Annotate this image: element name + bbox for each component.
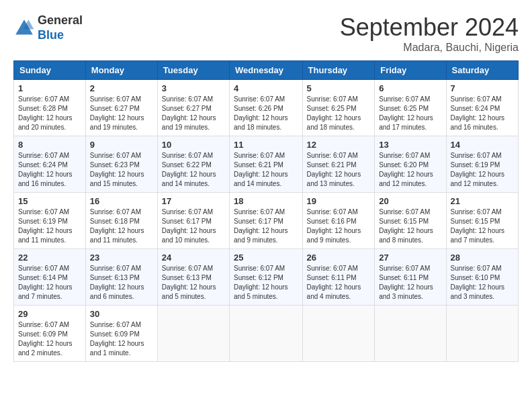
cell-info: Sunrise: 6:07 AMSunset: 6:28 PMDaylight:… bbox=[18, 95, 73, 131]
cell-info: Sunrise: 6:07 AMSunset: 6:10 PMDaylight:… bbox=[451, 265, 505, 300]
cell-info: Sunrise: 6:07 AMSunset: 6:21 PMDaylight:… bbox=[307, 152, 361, 187]
day-number: 5 bbox=[307, 83, 371, 93]
day-number: 26 bbox=[307, 253, 371, 263]
column-header-thursday: Thursday bbox=[302, 61, 375, 80]
calendar-cell: 29 Sunrise: 6:07 AMSunset: 6:09 PMDaylig… bbox=[14, 306, 86, 362]
calendar-week-3: 15 Sunrise: 6:07 AMSunset: 6:19 PMDaylig… bbox=[14, 193, 519, 249]
calendar-header-row: SundayMondayTuesdayWednesdayThursdayFrid… bbox=[14, 61, 519, 80]
logo-text: General Blue bbox=[38, 13, 83, 42]
calendar-week-1: 1 Sunrise: 6:07 AMSunset: 6:28 PMDayligh… bbox=[14, 80, 519, 136]
day-number: 23 bbox=[90, 253, 153, 263]
cell-info: Sunrise: 6:07 AMSunset: 6:20 PMDaylight:… bbox=[379, 152, 433, 187]
calendar-cell: 19 Sunrise: 6:07 AMSunset: 6:16 PMDaylig… bbox=[302, 193, 375, 249]
day-number: 24 bbox=[162, 253, 225, 263]
day-number: 27 bbox=[379, 253, 441, 263]
calendar-cell bbox=[157, 306, 229, 362]
cell-info: Sunrise: 6:07 AMSunset: 6:24 PMDaylight:… bbox=[18, 152, 73, 187]
day-number: 16 bbox=[90, 196, 153, 206]
day-number: 9 bbox=[90, 140, 153, 150]
title-block: September 2024 Madara, Bauchi, Nigeria bbox=[340, 13, 519, 54]
day-number: 20 bbox=[379, 196, 441, 206]
cell-info: Sunrise: 6:07 AMSunset: 6:15 PMDaylight:… bbox=[379, 208, 433, 244]
calendar-cell: 23 Sunrise: 6:07 AMSunset: 6:13 PMDaylig… bbox=[85, 249, 157, 306]
month-title: September 2024 bbox=[340, 13, 519, 42]
calendar-cell: 30 Sunrise: 6:07 AMSunset: 6:09 PMDaylig… bbox=[85, 306, 157, 362]
cell-info: Sunrise: 6:07 AMSunset: 6:18 PMDaylight:… bbox=[90, 208, 144, 244]
cell-info: Sunrise: 6:07 AMSunset: 6:11 PMDaylight:… bbox=[379, 265, 433, 300]
column-header-tuesday: Tuesday bbox=[157, 61, 229, 80]
day-number: 15 bbox=[18, 196, 81, 206]
cell-info: Sunrise: 6:07 AMSunset: 6:12 PMDaylight:… bbox=[234, 265, 288, 300]
calendar-cell: 14 Sunrise: 6:07 AMSunset: 6:19 PMDaylig… bbox=[446, 136, 518, 193]
calendar-cell: 28 Sunrise: 6:07 AMSunset: 6:10 PMDaylig… bbox=[446, 249, 518, 306]
calendar-cell: 3 Sunrise: 6:07 AMSunset: 6:27 PMDayligh… bbox=[157, 80, 229, 136]
cell-info: Sunrise: 6:07 AMSunset: 6:09 PMDaylight:… bbox=[18, 321, 73, 357]
cell-info: Sunrise: 6:07 AMSunset: 6:19 PMDaylight:… bbox=[18, 208, 73, 244]
cell-info: Sunrise: 6:07 AMSunset: 6:15 PMDaylight:… bbox=[451, 208, 505, 244]
calendar-cell: 12 Sunrise: 6:07 AMSunset: 6:21 PMDaylig… bbox=[302, 136, 375, 193]
cell-info: Sunrise: 6:07 AMSunset: 6:14 PMDaylight:… bbox=[18, 265, 73, 300]
cell-info: Sunrise: 6:07 AMSunset: 6:13 PMDaylight:… bbox=[90, 265, 144, 300]
calendar-cell: 25 Sunrise: 6:07 AMSunset: 6:12 PMDaylig… bbox=[230, 249, 303, 306]
calendar-cell bbox=[375, 306, 446, 362]
day-number: 29 bbox=[18, 309, 81, 319]
day-number: 14 bbox=[451, 140, 514, 150]
day-number: 22 bbox=[18, 253, 81, 263]
location: Madara, Bauchi, Nigeria bbox=[340, 42, 519, 54]
logo-icon bbox=[13, 17, 35, 39]
page-header: General Blue September 2024 Madara, Bauc… bbox=[13, 13, 519, 54]
column-header-monday: Monday bbox=[85, 61, 157, 80]
cell-info: Sunrise: 6:07 AMSunset: 6:11 PMDaylight:… bbox=[307, 265, 361, 300]
cell-info: Sunrise: 6:07 AMSunset: 6:21 PMDaylight:… bbox=[234, 152, 288, 187]
cell-info: Sunrise: 6:07 AMSunset: 6:17 PMDaylight:… bbox=[234, 208, 288, 244]
cell-info: Sunrise: 6:07 AMSunset: 6:09 PMDaylight:… bbox=[90, 321, 144, 357]
calendar-cell: 17 Sunrise: 6:07 AMSunset: 6:17 PMDaylig… bbox=[157, 193, 229, 249]
calendar-cell: 20 Sunrise: 6:07 AMSunset: 6:15 PMDaylig… bbox=[375, 193, 446, 249]
day-number: 10 bbox=[162, 140, 225, 150]
calendar-cell: 18 Sunrise: 6:07 AMSunset: 6:17 PMDaylig… bbox=[230, 193, 303, 249]
column-header-wednesday: Wednesday bbox=[230, 61, 303, 80]
day-number: 7 bbox=[451, 83, 514, 93]
calendar-cell: 8 Sunrise: 6:07 AMSunset: 6:24 PMDayligh… bbox=[14, 136, 86, 193]
logo-general: General bbox=[38, 13, 83, 27]
calendar-cell: 26 Sunrise: 6:07 AMSunset: 6:11 PMDaylig… bbox=[302, 249, 375, 306]
cell-info: Sunrise: 6:07 AMSunset: 6:19 PMDaylight:… bbox=[451, 152, 505, 187]
calendar-cell: 24 Sunrise: 6:07 AMSunset: 6:13 PMDaylig… bbox=[157, 249, 229, 306]
day-number: 28 bbox=[451, 253, 514, 263]
day-number: 17 bbox=[162, 196, 225, 206]
day-number: 6 bbox=[379, 83, 441, 93]
day-number: 30 bbox=[90, 309, 153, 319]
calendar-cell: 2 Sunrise: 6:07 AMSunset: 6:27 PMDayligh… bbox=[85, 80, 157, 136]
cell-info: Sunrise: 6:07 AMSunset: 6:17 PMDaylight:… bbox=[162, 208, 216, 244]
day-number: 3 bbox=[162, 83, 225, 93]
calendar-cell bbox=[446, 306, 518, 362]
calendar-week-4: 22 Sunrise: 6:07 AMSunset: 6:14 PMDaylig… bbox=[14, 249, 519, 306]
cell-info: Sunrise: 6:07 AMSunset: 6:16 PMDaylight:… bbox=[307, 208, 361, 244]
calendar-cell: 16 Sunrise: 6:07 AMSunset: 6:18 PMDaylig… bbox=[85, 193, 157, 249]
calendar-cell: 5 Sunrise: 6:07 AMSunset: 6:25 PMDayligh… bbox=[302, 80, 375, 136]
calendar-cell bbox=[302, 306, 375, 362]
calendar-cell: 1 Sunrise: 6:07 AMSunset: 6:28 PMDayligh… bbox=[14, 80, 86, 136]
calendar-cell: 22 Sunrise: 6:07 AMSunset: 6:14 PMDaylig… bbox=[14, 249, 86, 306]
cell-info: Sunrise: 6:07 AMSunset: 6:23 PMDaylight:… bbox=[90, 152, 144, 187]
cell-info: Sunrise: 6:07 AMSunset: 6:22 PMDaylight:… bbox=[162, 152, 216, 187]
calendar-cell: 4 Sunrise: 6:07 AMSunset: 6:26 PMDayligh… bbox=[230, 80, 303, 136]
day-number: 25 bbox=[234, 253, 298, 263]
day-number: 1 bbox=[18, 83, 81, 93]
calendar-cell bbox=[230, 306, 303, 362]
column-header-saturday: Saturday bbox=[446, 61, 518, 80]
day-number: 18 bbox=[234, 196, 298, 206]
calendar-cell: 27 Sunrise: 6:07 AMSunset: 6:11 PMDaylig… bbox=[375, 249, 446, 306]
day-number: 2 bbox=[90, 83, 153, 93]
cell-info: Sunrise: 6:07 AMSunset: 6:24 PMDaylight:… bbox=[451, 95, 505, 131]
column-header-friday: Friday bbox=[375, 61, 446, 80]
cell-info: Sunrise: 6:07 AMSunset: 6:13 PMDaylight:… bbox=[162, 265, 216, 300]
day-number: 21 bbox=[451, 196, 514, 206]
day-number: 19 bbox=[307, 196, 371, 206]
cell-info: Sunrise: 6:07 AMSunset: 6:25 PMDaylight:… bbox=[307, 95, 361, 131]
cell-info: Sunrise: 6:07 AMSunset: 6:27 PMDaylight:… bbox=[162, 95, 216, 131]
calendar-cell: 7 Sunrise: 6:07 AMSunset: 6:24 PMDayligh… bbox=[446, 80, 518, 136]
cell-info: Sunrise: 6:07 AMSunset: 6:26 PMDaylight:… bbox=[234, 95, 288, 131]
day-number: 12 bbox=[307, 140, 371, 150]
day-number: 13 bbox=[379, 140, 441, 150]
